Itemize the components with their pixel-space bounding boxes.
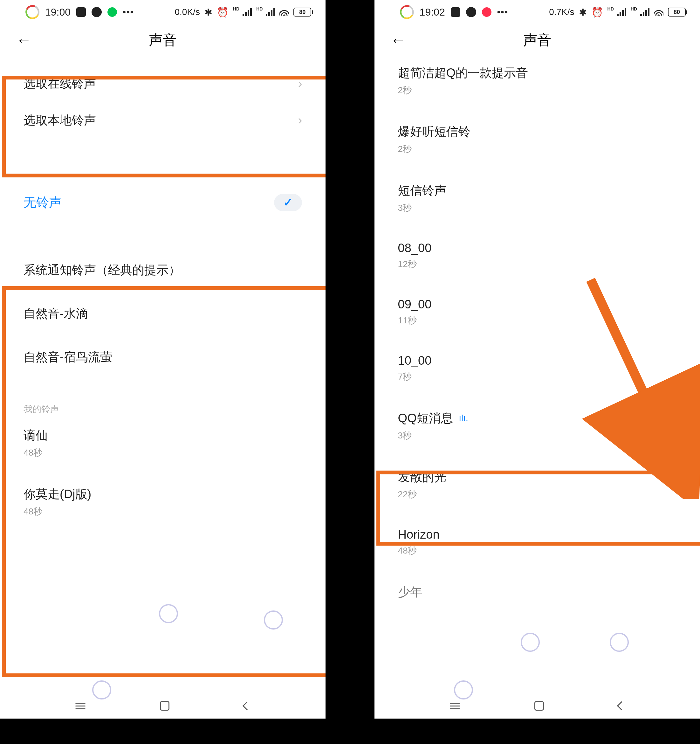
loading-spinner-icon	[159, 604, 178, 623]
ringtone-duration: 11秒	[398, 314, 676, 327]
battery-ring-icon	[398, 3, 416, 21]
ringtone-title: 爆好听短信铃	[398, 124, 676, 140]
back-icon[interactable]: ←	[390, 31, 406, 49]
notification-icon	[107, 7, 117, 17]
bluetooth-icon: ✱	[204, 7, 213, 18]
nav-back-icon[interactable]	[617, 701, 626, 710]
ringtone-item[interactable]: 你莫走(Dj版) 48秒	[7, 477, 318, 527]
nav-bar	[0, 693, 325, 719]
ringtone-duration: 3秒	[398, 430, 468, 442]
wechat-icon	[466, 7, 476, 17]
more-icon: •••	[123, 7, 134, 17]
ringtone-title: 自然音-宿鸟流萤	[24, 349, 302, 365]
ringtone-title: 09_00	[398, 298, 676, 311]
status-time: 19:00	[45, 6, 71, 18]
nav-bar	[375, 693, 700, 719]
nav-recents-icon[interactable]	[450, 703, 460, 709]
chevron-right-icon: ›	[298, 77, 302, 91]
wifi-icon	[654, 9, 663, 16]
net-speed: 0.0K/s	[175, 7, 200, 17]
pick-online-ringtone-row[interactable]: 选取在线铃声 ›	[7, 65, 318, 102]
signal-icon	[266, 8, 275, 16]
loading-spinner-icon	[610, 633, 629, 652]
ringtone-duration: 48秒	[398, 545, 676, 557]
alarm-icon: ⏰	[591, 7, 603, 18]
status-bar: 19:02 ••• 0.7K/s ✱ ⏰ HD HD 80	[375, 0, 700, 24]
ringtone-duration: 3秒	[398, 202, 676, 214]
ringtone-title: QQ短消息	[398, 411, 453, 425]
divider	[24, 145, 302, 145]
page-title: 声音	[523, 31, 551, 50]
hd-badge: HD	[233, 6, 239, 12]
ringtone-duration: 2秒	[398, 143, 676, 155]
nav-recents-icon[interactable]	[75, 703, 86, 709]
apply-button[interactable]: 应用	[637, 415, 676, 437]
app-header: ← 声音	[375, 24, 700, 56]
row-label: 选取在线铃声	[24, 76, 96, 92]
ringtone-item[interactable]: 短信铃声 3秒	[382, 174, 693, 223]
nav-home-icon[interactable]	[160, 701, 169, 711]
ringtone-item[interactable]: 少年	[382, 575, 693, 609]
app-header: ← 声音	[0, 24, 325, 56]
ringtone-item[interactable]: 10_00 7秒	[382, 345, 693, 392]
ringtone-item[interactable]: Horizon 48秒	[382, 519, 693, 565]
signal-icon	[617, 8, 626, 16]
ringtone-item[interactable]: 系统通知铃声（经典的提示）	[7, 253, 318, 287]
back-icon[interactable]: ←	[16, 31, 32, 49]
alarm-icon: ⏰	[217, 7, 229, 18]
ringtone-duration: 7秒	[398, 371, 676, 383]
check-icon: ✓	[283, 196, 293, 209]
battery-ring-icon	[24, 3, 41, 21]
signal-icon	[242, 8, 252, 16]
divider	[24, 387, 302, 387]
ringtone-title: 你莫走(Dj版)	[24, 486, 302, 502]
row-label: 选取本地铃声	[24, 112, 96, 128]
ringtone-title: 08_00	[398, 241, 676, 255]
ringtone-title: 系统通知铃声（经典的提示）	[24, 262, 302, 278]
ringtone-item[interactable]: 发散的光 22秒	[382, 460, 693, 509]
battery-icon: 80	[668, 7, 687, 16]
net-speed: 0.7K/s	[549, 7, 574, 17]
ringtone-duration: 12秒	[398, 258, 676, 270]
ringtone-item[interactable]: 谪仙 48秒	[7, 418, 318, 468]
bluetooth-icon: ✱	[579, 7, 587, 18]
ringtone-duration: 2秒	[398, 84, 676, 96]
ringtone-title: 10_00	[398, 354, 676, 368]
phone-screenshot-left: 19:00 ••• 0.0K/s ✱ ⏰ HD HD 80 ← 声音	[0, 0, 325, 719]
no-ringtone-label: 无铃声	[24, 193, 62, 211]
nav-back-icon[interactable]	[242, 701, 251, 710]
page-title: 声音	[149, 31, 177, 50]
ringtone-title: 短信铃声	[398, 183, 676, 199]
ringtone-item[interactable]: 爆好听短信铃 2秒	[382, 115, 693, 164]
ringtone-item[interactable]: 自然音-水滴	[7, 297, 318, 331]
ringtone-title: Horizon	[398, 528, 676, 542]
ringtone-duration: 48秒	[24, 506, 302, 518]
loading-spinner-icon	[264, 610, 283, 629]
ringtone-title: 超简洁超Q的一款提示音	[398, 65, 676, 81]
wifi-icon	[279, 9, 289, 16]
selected-indicator: ✓	[274, 194, 302, 211]
charging-icon	[451, 7, 460, 17]
ringtone-title: 少年	[398, 584, 676, 600]
my-ringtones-label: 我的铃声	[7, 394, 318, 418]
battery-icon: 80	[293, 7, 313, 16]
ringtone-duration: 48秒	[24, 447, 302, 459]
ringtone-item[interactable]: 08_00 12秒	[382, 232, 693, 279]
status-bar: 19:00 ••• 0.0K/s ✱ ⏰ HD HD 80	[0, 0, 325, 24]
ringtone-title: 自然音-水滴	[24, 305, 302, 322]
pick-local-ringtone-row[interactable]: 选取本地铃声 ›	[7, 102, 318, 138]
ringtone-title: 谪仙	[24, 427, 302, 443]
ringtone-duration: 22秒	[398, 488, 676, 500]
nav-home-icon[interactable]	[534, 701, 544, 711]
ringtone-item[interactable]: 超简洁超Q的一款提示音 2秒	[382, 56, 693, 105]
ringtone-item[interactable]: 09_00 11秒	[382, 289, 693, 335]
no-ringtone-row[interactable]: 无铃声 ✓	[7, 183, 318, 221]
ringtone-item-selected[interactable]: QQ短消息 ılı. 3秒 应用	[382, 401, 693, 451]
status-time: 19:02	[420, 6, 445, 18]
charging-icon	[76, 7, 86, 17]
loading-spinner-icon	[521, 633, 540, 652]
notification-icon	[482, 7, 492, 17]
chevron-right-icon: ›	[298, 113, 302, 127]
ringtone-item[interactable]: 自然音-宿鸟流萤	[7, 340, 318, 374]
hd-badge: HD	[608, 6, 614, 12]
